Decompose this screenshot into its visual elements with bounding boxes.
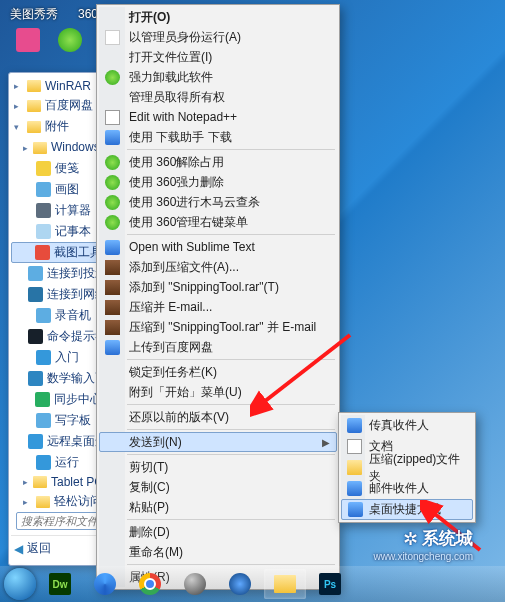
sendto-item[interactable]: 桌面快捷方式: [341, 499, 473, 520]
app-icon: [36, 161, 51, 176]
sendto-item[interactable]: 压缩(zipped)文件夹: [341, 457, 473, 478]
start-item[interactable]: 便笺: [11, 158, 105, 179]
separator: [127, 359, 335, 360]
start-button[interactable]: [4, 568, 36, 600]
start-item[interactable]: 计算器: [11, 200, 105, 221]
app-icon: [36, 224, 51, 239]
context-item[interactable]: Open with Sublime Text: [99, 237, 337, 257]
item-label: 写字板: [55, 412, 91, 429]
app-icon: [36, 455, 51, 470]
sendto-item[interactable]: 邮件收件人: [341, 478, 473, 499]
context-label: 复制(C): [129, 479, 170, 496]
chevron-icon: ▸: [23, 143, 28, 153]
context-item[interactable]: 附到「开始」菜单(U): [99, 382, 337, 402]
context-label: 上传到百度网盘: [129, 339, 213, 356]
context-label: 粘贴(P): [129, 499, 169, 516]
watermark-text: 系统城: [422, 527, 473, 550]
submenu-arrow-icon: ▶: [322, 437, 330, 448]
context-item[interactable]: 强力卸载此软件: [99, 67, 337, 87]
start-item[interactable]: 连接到投影仪: [11, 263, 105, 284]
start-item[interactable]: ▸Tablet PC: [11, 473, 105, 491]
blank-icon: [104, 459, 120, 475]
context-item[interactable]: 使用 360解除占用: [99, 152, 337, 172]
taskbar-sogou[interactable]: [84, 569, 126, 599]
context-item[interactable]: 压缩到 "SnippingTool.rar" 并 E-mail: [99, 317, 337, 337]
context-item[interactable]: 打开(O): [99, 7, 337, 27]
start-item[interactable]: 数学输入面板: [11, 368, 105, 389]
context-item[interactable]: 管理员取得所有权: [99, 87, 337, 107]
start-item[interactable]: ▸轻松访问: [11, 491, 105, 512]
sendto-label: 传真收件人: [369, 417, 429, 434]
context-label: 管理员取得所有权: [129, 89, 225, 106]
app-icon: [36, 308, 51, 323]
start-item[interactable]: 远程桌面连接: [11, 431, 105, 452]
start-item[interactable]: 写字板: [11, 410, 105, 431]
context-item[interactable]: 重命名(M): [99, 542, 337, 562]
context-item[interactable]: 使用 下载助手 下载: [99, 127, 337, 147]
item-label: 百度网盘: [45, 97, 93, 114]
context-item[interactable]: 以管理员身份运行(A): [99, 27, 337, 47]
start-item[interactable]: ▸WinRAR: [11, 77, 105, 95]
item-label: 附件: [45, 118, 69, 135]
start-item[interactable]: 同步中心: [11, 389, 105, 410]
blank-icon: [104, 89, 120, 105]
start-item[interactable]: 录音机: [11, 305, 105, 326]
blank-icon: [104, 9, 120, 25]
sendto-item[interactable]: 传真收件人: [341, 415, 473, 436]
start-item[interactable]: ▾附件: [11, 116, 105, 137]
meitu-icon[interactable]: [16, 28, 40, 52]
search-input[interactable]: [16, 512, 108, 530]
context-label: 发送到(N): [129, 434, 182, 451]
context-item[interactable]: 锁定到任务栏(K): [99, 362, 337, 382]
start-item[interactable]: ▸Windows 资: [11, 137, 105, 158]
start-item[interactable]: 运行: [11, 452, 105, 473]
item-label: 截图工具: [54, 244, 102, 261]
npp-icon: [104, 109, 120, 125]
rar-icon: [104, 259, 120, 275]
start-item[interactable]: 入门: [11, 347, 105, 368]
start-item[interactable]: 连接到网络投: [11, 284, 105, 305]
context-item[interactable]: 复制(C): [99, 477, 337, 497]
context-item[interactable]: 使用 360强力删除: [99, 172, 337, 192]
context-label: 使用 360管理右键菜单: [129, 214, 248, 231]
app-icon: [28, 266, 43, 281]
context-item[interactable]: 粘贴(P): [99, 497, 337, 517]
dl-icon: [104, 129, 120, 145]
desktop-label: 美图秀秀: [10, 6, 58, 23]
context-item[interactable]: 上传到百度网盘: [99, 337, 337, 357]
context-item[interactable]: 添加到压缩文件(A)...: [99, 257, 337, 277]
context-item[interactable]: 打开文件位置(I): [99, 47, 337, 67]
taskbar-app2[interactable]: [219, 569, 261, 599]
360-icon: [104, 194, 120, 210]
folder-icon: [27, 121, 41, 133]
context-item[interactable]: 压缩并 E-mail...: [99, 297, 337, 317]
context-item[interactable]: 还原以前的版本(V): [99, 407, 337, 427]
start-item[interactable]: 命令提示符: [11, 326, 105, 347]
start-item[interactable]: ▸百度网盘: [11, 95, 105, 116]
item-label: 同步中心: [54, 391, 102, 408]
back-label: 返回: [27, 540, 51, 557]
rar-icon: [104, 279, 120, 295]
taskbar-explorer[interactable]: [264, 569, 306, 599]
taskbar-chrome[interactable]: [129, 569, 171, 599]
start-item[interactable]: 画图: [11, 179, 105, 200]
start-item[interactable]: 截图工具: [11, 242, 105, 263]
blank-icon: [104, 364, 120, 380]
back-button[interactable]: ◀返回: [11, 535, 105, 561]
context-label: 打开文件位置(I): [129, 49, 212, 66]
context-item[interactable]: 剪切(T): [99, 457, 337, 477]
context-item[interactable]: 使用 360管理右键菜单: [99, 212, 337, 232]
context-item[interactable]: 添加到 "SnippingTool.rar"(T): [99, 277, 337, 297]
blank-icon: [104, 524, 120, 540]
chevron-icon: ▾: [14, 122, 22, 132]
taskbar-ps[interactable]: Ps: [309, 569, 351, 599]
context-item[interactable]: 使用 360进行木马云查杀: [99, 192, 337, 212]
start-item[interactable]: 记事本: [11, 221, 105, 242]
taskbar-app[interactable]: [174, 569, 216, 599]
context-label: 以管理员身份运行(A): [129, 29, 241, 46]
360-icon[interactable]: [58, 28, 82, 52]
context-item[interactable]: 删除(D): [99, 522, 337, 542]
taskbar-dreamweaver[interactable]: Dw: [39, 569, 81, 599]
context-item[interactable]: Edit with Notepad++: [99, 107, 337, 127]
context-item[interactable]: 发送到(N)▶: [99, 432, 337, 452]
